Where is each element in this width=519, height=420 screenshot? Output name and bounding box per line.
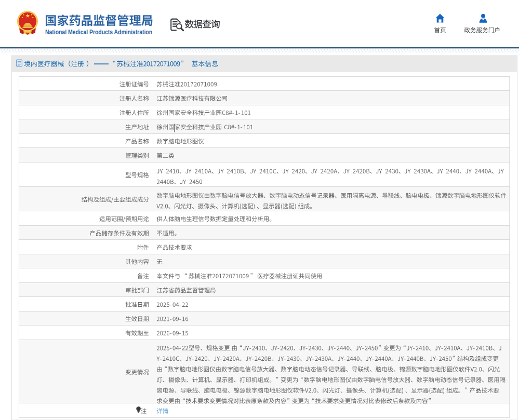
svg-text:National Medical Products Admi: National Medical Products Administration: [45, 29, 152, 36]
